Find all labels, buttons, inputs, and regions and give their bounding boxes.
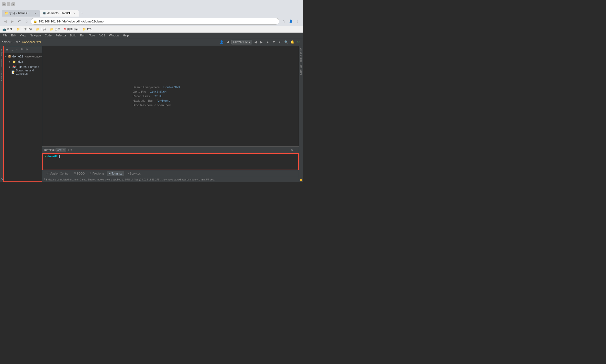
menu-edit[interactable]: Edit — [9, 33, 18, 38]
browser-tab-1[interactable]: 💻 dome02 - TitanIDE ✕ — [40, 10, 79, 16]
welcome-line-3: Navigation Bar Alt+Home — [133, 99, 209, 103]
left-label-bookmarks[interactable]: Bookmarks — [0, 69, 3, 82]
bookmark-label-2: 工具 — [40, 27, 46, 31]
bookmark-icon-2: 📁 — [36, 28, 40, 31]
browser-menu-icon[interactable]: ⋮ — [295, 18, 301, 24]
panel-btn-settings[interactable]: ⚙ — [25, 48, 29, 52]
bookmark-2[interactable]: 📁 工具 — [36, 27, 46, 31]
toolbar-nav-up-btn[interactable]: ▲ — [265, 39, 270, 45]
menu-navigate[interactable]: Navigate — [28, 33, 43, 38]
nav-back-button[interactable]: ◀ — [2, 18, 8, 24]
notif-copilot-label[interactable]: GitHub Copilot — [299, 47, 303, 63]
bookmark-0[interactable]: 📺 直播 — [2, 27, 13, 31]
menu-build[interactable]: Build — [68, 33, 78, 38]
welcome-line-1: Go to File Ctrl+Shift+N — [133, 90, 209, 93]
bottom-tab-todo[interactable]: ☑ TODO — [71, 171, 87, 176]
left-label-icon[interactable]: 🔧 — [0, 176, 3, 182]
url-lock-icon: 🔒 — [33, 20, 37, 23]
url-bar[interactable]: 🔒 192.168.101.144/ide/web/coding/dome02/… — [31, 18, 279, 25]
current-file-label: Current File — [233, 40, 248, 44]
tree-root-icon: 📦 — [8, 55, 11, 58]
terminal-expand-btn[interactable]: ▾ — [70, 148, 72, 152]
panel-btn-dots[interactable]: … — [10, 48, 14, 52]
tree-libs-arrow: ▶ — [9, 66, 11, 68]
toolbar-right: 👤 ◀ Current File ▾ ◀ ▶ ▲ ▼ ↩ 🔍 🔔 ⚙ — [219, 39, 301, 45]
bookmark-3[interactable]: 📁 使用 — [50, 27, 60, 31]
editor-area: Search Everywhere Double Shift Go to Fil… — [42, 46, 299, 146]
breadcrumb-sep-1: › — [13, 40, 13, 44]
toolbar-notification-btn[interactable]: 🔔 — [290, 39, 295, 45]
bottom-tab-label-todo: TODO — [77, 172, 85, 175]
menu-vcs[interactable]: VCS — [97, 33, 107, 38]
welcome-shortcut-3: Alt+Home — [157, 99, 170, 103]
left-label-project[interactable]: Project — [0, 48, 3, 57]
toolbar-back-btn[interactable]: ◀ — [225, 39, 230, 45]
browser-close-btn[interactable]: ✕ — [11, 2, 15, 6]
browser-tab-0[interactable]: 📁 项目 - TitanIDE ✕ — [2, 10, 40, 16]
bookmarks-icon[interactable]: ☆ — [281, 18, 286, 24]
bottom-tab-label-terminal: Terminal — [111, 172, 122, 175]
nav-forward-button[interactable]: ▶ — [10, 18, 15, 24]
terminal-tab-close[interactable]: ✕ — [63, 149, 65, 151]
toolbar-settings-btn[interactable]: ⚙ — [296, 39, 301, 45]
menu-file[interactable]: File — [1, 33, 9, 38]
bookmark-5[interactable]: 📁 放松 — [82, 27, 93, 31]
breadcrumb-project[interactable]: dome02 — [2, 40, 12, 44]
terminal-minimize-btn[interactable]: — — [295, 148, 297, 152]
menu-help[interactable]: Help — [121, 33, 131, 38]
browser-minimize-btn[interactable]: — — [2, 2, 6, 6]
tree-item-scratches[interactable]: ▶ 📝 Scratches and Consoles — [4, 69, 42, 75]
breadcrumb-idea[interactable]: .idea — [14, 40, 20, 44]
toolbar-nav-left-btn[interactable]: ◀ — [253, 39, 258, 45]
tab-bar: 📁 项目 - TitanIDE ✕ 💻 dome02 - TitanIDE ✕ … — [0, 9, 303, 16]
tab-add-button[interactable]: + — [79, 10, 85, 16]
terminal-label: Terminal: — [44, 148, 55, 152]
problems-icon: ⚠ — [89, 172, 92, 175]
menu-tools[interactable]: Tools — [87, 33, 97, 38]
panel-btn-close[interactable]: — — [30, 48, 34, 52]
tree-item-idea[interactable]: ▶ 📁 .idea — [4, 59, 42, 64]
notif-notifications-label[interactable]: Notifications — [299, 63, 303, 76]
browser-restore-btn[interactable]: □ — [7, 2, 10, 6]
left-label-structure[interactable]: Structure — [0, 57, 3, 69]
tree-root-sublabel: ~/workspace/d — [25, 55, 42, 58]
toolbar-nav-down-btn[interactable]: ▼ — [271, 39, 276, 45]
panel-btn-sort[interactable]: ⇅ — [20, 48, 24, 52]
menu-code[interactable]: Code — [43, 33, 54, 38]
panel-btn-grid[interactable]: ⊞ — [5, 48, 9, 52]
status-icon: ℹ — [44, 178, 45, 181]
services-icon: ⚙ — [127, 172, 129, 175]
terminal-add-btn[interactable]: + — [67, 148, 69, 152]
bottom-tab-vcs[interactable]: ⎇ Version Control — [44, 171, 71, 176]
bottom-tab-terminal[interactable]: ▶ Terminal — [107, 171, 124, 176]
menu-refactor[interactable]: Refactor — [54, 33, 68, 38]
bookmark-4[interactable]: M 阿里邮箱 — [64, 27, 79, 31]
toolbar-nav-right-btn[interactable]: ▶ — [259, 39, 264, 45]
terminal-settings-btn[interactable]: ⚙ — [291, 148, 294, 152]
welcome-line-4: Drop files here to open them — [133, 103, 209, 107]
bottom-tab-services[interactable]: ⚙ Services — [125, 171, 143, 176]
toolbar-search-btn[interactable]: 🔍 — [283, 39, 289, 45]
tab-close-0[interactable]: ✕ — [34, 12, 37, 15]
terminal-panel: Terminal: local ✕ + ▾ ⚙ — → dome02 — [42, 146, 299, 170]
nav-home-button[interactable]: ⌂ — [24, 18, 29, 24]
bookmark-1[interactable]: 📁 工作日常 — [16, 27, 32, 31]
menu-window[interactable]: Window — [107, 33, 121, 38]
panel-btn-align[interactable]: ≡ — [15, 48, 19, 52]
toolbar-recent-btn[interactable]: ↩ — [277, 39, 283, 45]
bottom-tab-problems[interactable]: ⚠ Problems — [87, 171, 107, 176]
nav-refresh-button[interactable]: ↺ — [17, 18, 22, 24]
terminal-tab[interactable]: local ✕ — [55, 148, 67, 152]
tree-root[interactable]: ▼ 📦 dome02 ~/workspace/d — [4, 54, 42, 59]
tab-close-1[interactable]: ✕ — [72, 12, 76, 15]
menu-run[interactable]: Run — [78, 33, 87, 38]
breadcrumb-file[interactable]: workspace.xml — [22, 40, 41, 44]
ide-toolbar: dome02 › .idea › workspace.xml 👤 ◀ Curre… — [0, 38, 303, 46]
current-file-dropdown[interactable]: Current File ▾ — [231, 40, 252, 44]
profile-icon[interactable]: 👤 — [288, 18, 294, 24]
terminal-body[interactable]: → dome02 — [42, 153, 299, 170]
toolbar-user-btn[interactable]: 👤 — [219, 39, 224, 45]
menu-view[interactable]: View — [18, 33, 28, 38]
tree-libs-icon: 📚 — [12, 65, 16, 69]
project-tree: ▼ 📦 dome02 ~/workspace/d ▶ 📁 .idea ▶ 📚 — [4, 53, 42, 182]
